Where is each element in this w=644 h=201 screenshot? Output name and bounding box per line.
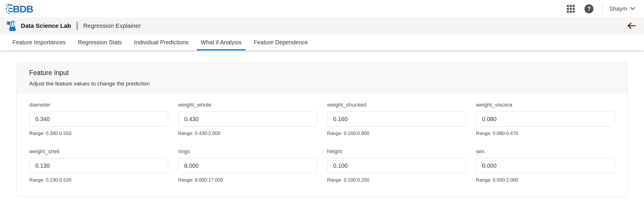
field-range: Range: 0.130-0.520: [29, 177, 168, 183]
field-label: weight_viscera: [476, 102, 615, 108]
feature-field-diameter: diameter Range: 0.340-0.550: [29, 102, 168, 136]
bdb-logo[interactable]: BDB: [5, 3, 34, 14]
feature-field-weight-shucked: weight_shucked Range: 0.160-0.900: [327, 102, 466, 136]
subheader: Data Science Lab Regression Explainer: [0, 17, 644, 34]
svg-text:BDB: BDB: [13, 3, 33, 14]
feature-field-weight-shell: weight_shell Range: 0.130-0.520: [29, 148, 168, 183]
field-range: Range: 0.080-0.470: [476, 131, 615, 136]
feature-field-weight-whole: weight_whole Range: 0.430-2.000: [178, 102, 317, 136]
field-range: Range: 8.000-17.000: [178, 177, 317, 183]
weight-viscera-input[interactable]: [476, 112, 615, 127]
field-range: Range: 0.340-0.550: [29, 131, 168, 136]
field-label: weight_shucked: [327, 102, 466, 108]
field-range: Range: 0.430-2.000: [178, 131, 317, 136]
grid-icon: [567, 5, 575, 13]
user-name: Shaym: [609, 6, 627, 12]
field-label: sex: [476, 148, 615, 155]
tab-bar: Feature Importances Regression Stats Ind…: [0, 34, 644, 50]
page-title: Regression Explainer: [83, 22, 141, 29]
question-mark-icon: ?: [584, 4, 593, 13]
tab-feature-dependence[interactable]: Feature Dependence: [250, 34, 312, 50]
height-input[interactable]: [327, 158, 466, 173]
field-range: Range: 0.000-2.000: [476, 177, 615, 183]
diameter-input[interactable]: [29, 112, 168, 127]
main-content: Feature Input Adjust the feature values …: [0, 50, 644, 197]
feature-input-grid: diameter Range: 0.340-0.550 weight_whole…: [17, 93, 627, 197]
tab-individual-predictions[interactable]: Individual Predictions: [130, 34, 193, 50]
app-title: Data Science Lab: [21, 22, 71, 29]
field-label: weight_shell: [29, 148, 168, 155]
feature-field-sex: sex Range: 0.000-2.000: [476, 148, 615, 183]
field-label: height: [327, 148, 466, 155]
tab-feature-importances[interactable]: Feature Importances: [8, 34, 70, 50]
weight-whole-input[interactable]: [178, 112, 317, 127]
field-range: Range: 0.160-0.900: [327, 131, 466, 136]
card-subtitle: Adjust the feature values to change the …: [29, 81, 615, 87]
feature-field-weight-viscera: weight_viscera Range: 0.080-0.470: [476, 102, 615, 136]
apps-grid-icon[interactable]: [566, 4, 576, 14]
user-menu[interactable]: Shaym: [609, 6, 635, 12]
field-label: weight_whole: [178, 102, 317, 108]
weight-shucked-input[interactable]: [327, 112, 466, 127]
topbar-actions: ? Shaym: [566, 3, 635, 14]
feature-input-card: Feature Input Adjust the feature values …: [16, 62, 628, 197]
field-label: diameter: [29, 102, 168, 108]
tab-what-if-analysis[interactable]: What if Analysis: [197, 34, 246, 50]
card-title: Feature Input: [29, 69, 615, 77]
title-divider: [77, 22, 77, 30]
feature-input-header: Feature Input Adjust the feature values …: [17, 63, 627, 93]
bdb-logo-icon: BDB: [5, 3, 34, 14]
arrow-left-icon[interactable]: [627, 22, 636, 29]
tab-regression-stats[interactable]: Regression Stats: [74, 34, 126, 50]
flask-icon: [6, 20, 17, 32]
weight-shell-input[interactable]: [29, 158, 168, 173]
feature-field-rings: rings Range: 8.000-17.000: [178, 148, 317, 183]
feature-field-height: height Range: 0.100-0.200: [327, 148, 466, 183]
field-range: Range: 0.100-0.200: [327, 177, 466, 183]
topbar-divider: [602, 3, 602, 14]
rings-input[interactable]: [178, 158, 317, 173]
sex-input[interactable]: [476, 158, 615, 173]
topbar: BDB ? Shaym: [0, 0, 644, 17]
field-label: rings: [178, 148, 317, 155]
chevron-down-icon: [630, 7, 635, 10]
help-button[interactable]: ?: [583, 3, 595, 14]
